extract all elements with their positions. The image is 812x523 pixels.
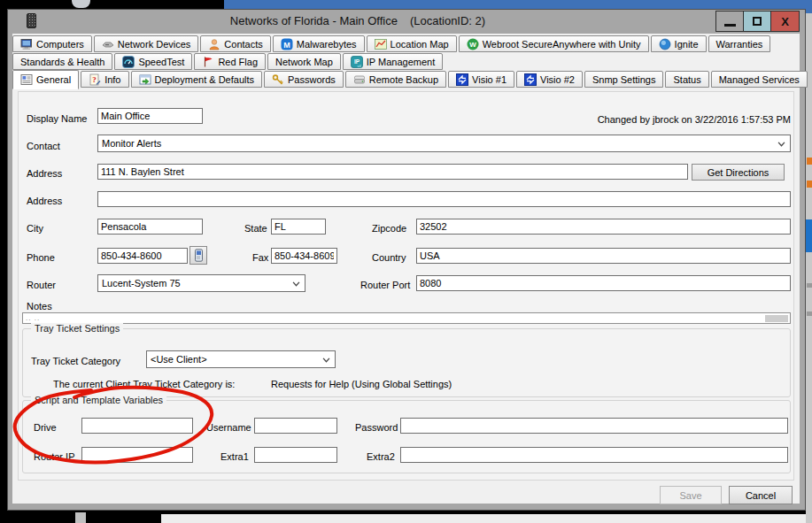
tab-remote-backup[interactable]: Remote Backup (345, 71, 446, 88)
tab-label: Standards & Health (20, 57, 104, 67)
extra1-input[interactable] (254, 447, 337, 463)
router-port-input[interactable] (416, 275, 791, 291)
maximize-button[interactable] (744, 12, 771, 31)
tab-contacts[interactable]: Contacts (200, 35, 270, 52)
zipcode-label: Zipcode (372, 223, 406, 234)
country-label: Country (372, 252, 406, 263)
ignite-icon (659, 38, 671, 50)
username-input[interactable] (254, 418, 337, 434)
display-name-input[interactable] (97, 108, 203, 124)
tab-managed-services[interactable]: Managed Services (711, 71, 808, 88)
tab-general[interactable]: General (12, 70, 79, 89)
tray-category-dropdown[interactable]: <Use Client> (146, 350, 336, 368)
background-icon-fragment (72, 0, 90, 8)
tab-label: Network Map (275, 57, 333, 67)
tab-label: IP Management (367, 57, 435, 67)
extra2-input[interactable] (400, 447, 788, 463)
background-right-blue-fragment (806, 0, 812, 13)
tab-malwarebytes[interactable]: M Malwarebytes (273, 35, 365, 52)
address1-input[interactable] (97, 164, 688, 180)
webroot-icon: W (467, 38, 479, 50)
tab-label: Malwarebytes (297, 39, 357, 50)
tab-visio-1[interactable]: Visio #1 (448, 71, 514, 88)
tab-webroot[interactable]: W Webroot SecureAnywhere with Unity (459, 35, 649, 52)
tab-label: Status (673, 74, 700, 85)
password-label: Password (355, 422, 398, 433)
tab-network-devices[interactable]: Network Devices (94, 35, 199, 52)
router-ip-input[interactable] (81, 447, 193, 463)
tab-label: Passwords (288, 74, 336, 85)
tab-deployment-defaults[interactable]: Deployment & Defaults (131, 71, 263, 88)
notes-scrollbar-thumb[interactable] (765, 315, 788, 322)
router-dropdown[interactable]: Lucent-System 75 (97, 274, 305, 292)
country-input[interactable] (416, 248, 791, 264)
chevron-down-icon (322, 358, 330, 363)
phone-dial-button[interactable] (189, 246, 207, 265)
router-dropdown-value: Lucent-System 75 (102, 278, 181, 288)
tab-computers[interactable]: Computers (12, 35, 92, 52)
address1-label: Address (27, 168, 62, 179)
tab-row-2: Standards & Health SpeedTest Red Flag Ne… (12, 53, 443, 70)
contact-dropdown[interactable]: Monitor Alerts (97, 135, 791, 152)
tab-label: Visio #2 (540, 74, 575, 85)
location-map-icon (375, 38, 387, 50)
tab-network-map[interactable]: Network Map (267, 53, 341, 70)
tab-row-1: Computers Network Devices Contacts M Mal… (12, 35, 770, 52)
deployment-icon (139, 73, 151, 86)
malwarebytes-icon: M (281, 38, 293, 50)
notes-preview-text: .. .. (26, 314, 40, 322)
info-icon: ? (89, 73, 101, 86)
window-title-location: (LocationID: 2) (410, 14, 485, 27)
address2-input[interactable] (97, 191, 791, 207)
state-input[interactable] (271, 219, 326, 235)
tab-red-flag[interactable]: Red Flag (194, 53, 266, 70)
tab-ignite[interactable]: Ignite (651, 35, 707, 52)
minimize-button[interactable] (716, 12, 744, 31)
tab-visio-2[interactable]: Visio #2 (516, 71, 583, 88)
tab-passwords[interactable]: Passwords (264, 71, 344, 88)
router-port-label: Router Port (360, 280, 410, 290)
notes-input[interactable]: .. .. (22, 312, 791, 324)
background-right-strip (806, 13, 812, 523)
fax-label: Fax (252, 252, 268, 263)
passwords-icon (272, 73, 284, 86)
tab-warranties[interactable]: Warranties (708, 35, 771, 52)
tab-label: Remote Backup (369, 74, 438, 85)
drive-input[interactable] (81, 418, 193, 434)
speedtest-icon (122, 56, 135, 68)
state-label: State (244, 223, 267, 234)
chevron-down-icon (292, 281, 300, 287)
script-group-title: Script and Template Variables (31, 395, 166, 405)
contact-icon (208, 38, 220, 50)
fax-input[interactable] (271, 248, 337, 264)
get-directions-button[interactable]: Get Directions (692, 164, 785, 181)
cancel-button[interactable]: Cancel (729, 486, 793, 504)
tab-standards-health[interactable]: Standards & Health (12, 53, 112, 70)
tab-ip-management[interactable]: IPv4 IP Management (343, 53, 443, 70)
tab-label: Visio #1 (472, 74, 507, 85)
tray-group-title: Tray Ticket Settings (31, 323, 123, 334)
address2-label: Address (27, 196, 62, 206)
contact-label: Contact (27, 141, 60, 151)
tab-location-map[interactable]: Location Map (367, 35, 457, 52)
city-label: City (27, 223, 43, 234)
chevron-down-icon (777, 142, 785, 147)
city-input[interactable] (97, 219, 203, 235)
tray-current-value: Requests for Help (Using Global Settings… (271, 379, 452, 389)
tab-label: Network Devices (118, 39, 191, 50)
phone-input[interactable] (97, 248, 188, 264)
zipcode-input[interactable] (416, 219, 791, 235)
tab-info[interactable]: ? Info (81, 71, 128, 88)
background-right-gray-fragment (807, 311, 812, 316)
close-button[interactable]: X (771, 12, 799, 31)
save-button-label: Save (679, 490, 701, 501)
network-device-icon (102, 38, 114, 50)
background-window-titlebar-strip (224, 0, 812, 9)
password-input[interactable] (400, 418, 788, 434)
save-button[interactable]: Save (660, 486, 722, 504)
tab-snmp-settings[interactable]: Snmp Settings (584, 71, 664, 88)
tab-status[interactable]: Status (665, 71, 708, 88)
window-controls: X (715, 11, 800, 32)
background-right-gray-fragment (807, 283, 812, 288)
tab-speedtest[interactable]: SpeedTest (114, 53, 192, 70)
